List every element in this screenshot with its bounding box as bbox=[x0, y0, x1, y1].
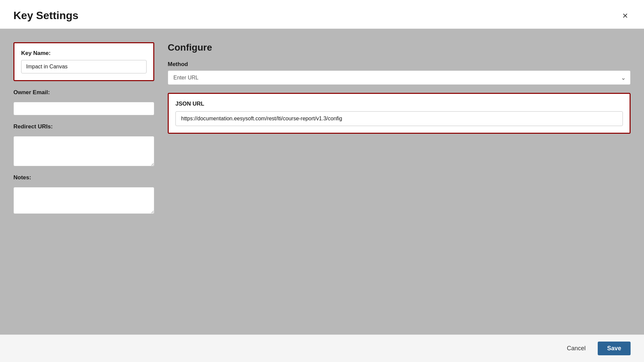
notes-label: Notes: bbox=[13, 174, 154, 181]
redirect-uris-section: Redirect URIs: bbox=[13, 123, 154, 166]
modal-footer: Cancel Save bbox=[0, 335, 644, 362]
modal-header: Key Settings × bbox=[0, 0, 644, 29]
modal-body: Key Name: Owner Email: Redirect URIs: No… bbox=[0, 29, 644, 335]
notes-section: Notes: bbox=[13, 174, 154, 214]
cancel-button[interactable]: Cancel bbox=[560, 342, 592, 355]
right-panel: Configure Method Enter URL Paste JSON Ma… bbox=[168, 42, 631, 321]
modal-overlay: Key Settings × Key Name: Owner Email: bbox=[0, 0, 644, 362]
owner-email-section: Owner Email: bbox=[13, 89, 154, 115]
modal-title: Key Settings bbox=[13, 9, 78, 22]
configure-title: Configure bbox=[168, 42, 631, 53]
method-select[interactable]: Enter URL Paste JSON Manual Entry bbox=[168, 70, 631, 85]
json-url-label: JSON URL bbox=[175, 101, 623, 107]
key-name-section: Key Name: bbox=[13, 42, 154, 81]
redirect-uris-input[interactable] bbox=[13, 136, 154, 166]
method-label: Method bbox=[168, 61, 631, 68]
left-panel: Key Name: Owner Email: Redirect URIs: No… bbox=[13, 42, 154, 321]
owner-email-label: Owner Email: bbox=[13, 89, 154, 96]
key-name-label: Key Name: bbox=[21, 50, 147, 57]
json-url-input[interactable] bbox=[175, 111, 623, 126]
method-select-wrapper: Enter URL Paste JSON Manual Entry ⌄ bbox=[168, 70, 631, 85]
method-section: Method Enter URL Paste JSON Manual Entry… bbox=[168, 61, 631, 85]
save-button[interactable]: Save bbox=[598, 342, 631, 355]
redirect-uris-label: Redirect URIs: bbox=[13, 123, 154, 130]
notes-input[interactable] bbox=[13, 187, 154, 214]
key-name-input[interactable] bbox=[21, 60, 147, 73]
owner-email-input[interactable] bbox=[13, 102, 154, 115]
json-url-section: JSON URL bbox=[168, 93, 631, 134]
key-settings-modal: Key Settings × Key Name: Owner Email: bbox=[0, 0, 644, 362]
close-button[interactable]: × bbox=[620, 10, 631, 22]
